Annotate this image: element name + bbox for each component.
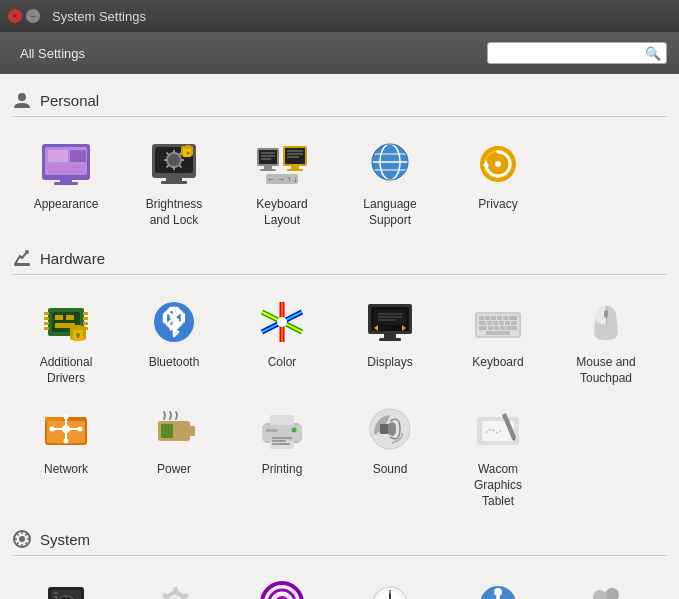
svg-rect-7 bbox=[54, 182, 78, 185]
personal-section-header: Personal bbox=[12, 82, 667, 117]
svg-rect-120 bbox=[270, 415, 294, 425]
appearance-label: Appearance bbox=[34, 197, 99, 213]
svg-rect-95 bbox=[511, 321, 517, 325]
bluetooth-item[interactable]: ⭙ Bluetooth bbox=[120, 287, 228, 394]
sound-icon bbox=[363, 402, 417, 456]
brightness-icon bbox=[147, 137, 201, 191]
keyboard-layout-item[interactable]: ← → ↑ ↓ KeyboardLayout bbox=[228, 129, 336, 236]
svg-rect-45 bbox=[14, 263, 30, 266]
svg-rect-100 bbox=[506, 326, 517, 330]
search-input[interactable] bbox=[487, 42, 667, 64]
svg-rect-4 bbox=[70, 150, 86, 162]
svg-rect-123 bbox=[266, 429, 278, 432]
printing-icon bbox=[255, 402, 309, 456]
svg-rect-48 bbox=[44, 312, 49, 315]
svg-rect-96 bbox=[479, 326, 487, 330]
user-accounts-item[interactable]: UserAccounts bbox=[552, 568, 660, 599]
privacy-label: Privacy bbox=[478, 197, 517, 213]
svg-rect-91 bbox=[487, 321, 492, 325]
svg-point-112 bbox=[64, 415, 69, 420]
hardware-items-grid: AdditionalDrivers ⭙ Bluetooth bbox=[12, 279, 667, 521]
wacom-item[interactable]: WacomGraphicsTablet bbox=[444, 394, 552, 517]
brightness-item[interactable]: Brightnessand Lock bbox=[120, 129, 228, 236]
time-date-item[interactable]: Time & Date bbox=[336, 568, 444, 599]
svg-point-124 bbox=[292, 428, 297, 433]
details-item[interactable]: Details bbox=[120, 568, 228, 599]
printing-item[interactable]: Printing bbox=[228, 394, 336, 517]
main-content: Personal Appearance bbox=[0, 74, 679, 599]
additional-drivers-item[interactable]: AdditionalDrivers bbox=[12, 287, 120, 394]
all-settings-button[interactable]: All Settings bbox=[12, 42, 93, 65]
color-icon bbox=[255, 295, 309, 349]
language-support-label: LanguageSupport bbox=[363, 197, 416, 228]
svg-rect-52 bbox=[83, 312, 88, 315]
keyboard-icon bbox=[471, 295, 525, 349]
svg-rect-24 bbox=[287, 150, 303, 152]
appearance-item[interactable]: Appearance bbox=[12, 129, 120, 236]
svg-rect-92 bbox=[493, 321, 498, 325]
svg-point-44 bbox=[25, 250, 29, 254]
displays-item[interactable]: Displays bbox=[336, 287, 444, 394]
mouse-touchpad-item[interactable]: Mouse andTouchpad bbox=[552, 287, 660, 394]
hardware-section-header: Hardware bbox=[12, 240, 667, 275]
svg-rect-90 bbox=[479, 321, 486, 325]
titlebar: × – System Settings bbox=[0, 0, 679, 32]
power-icon bbox=[147, 402, 201, 456]
details-icon bbox=[147, 576, 201, 599]
additional-drivers-label: AdditionalDrivers bbox=[40, 355, 93, 386]
bluetooth-label: Bluetooth bbox=[149, 355, 200, 371]
svg-point-113 bbox=[64, 439, 69, 444]
svg-rect-80 bbox=[384, 334, 396, 338]
svg-rect-49 bbox=[44, 317, 49, 320]
power-item[interactable]: Power bbox=[120, 394, 228, 517]
universal-access-item[interactable]: UniversalAccess bbox=[444, 568, 552, 599]
svg-rect-88 bbox=[503, 316, 508, 320]
svg-text:← → ↑ ↓: ← → ↑ ↓ bbox=[267, 175, 298, 184]
keyboard-item[interactable]: Keyboard bbox=[444, 287, 552, 394]
color-item[interactable]: Color bbox=[228, 287, 336, 394]
toolbar: All Settings 🔍 bbox=[0, 32, 679, 74]
svg-rect-27 bbox=[264, 166, 272, 169]
personal-items-grid: Appearance Brig bbox=[12, 121, 667, 240]
privacy-item[interactable]: Privacy bbox=[444, 129, 552, 236]
sound-item[interactable]: Sound bbox=[336, 394, 444, 517]
backup-item[interactable]: Backup bbox=[12, 568, 120, 599]
svg-rect-54 bbox=[83, 322, 88, 325]
svg-point-16 bbox=[187, 152, 190, 155]
svg-rect-56 bbox=[55, 315, 63, 320]
svg-rect-101 bbox=[486, 331, 510, 335]
mouse-touchpad-label: Mouse andTouchpad bbox=[576, 355, 635, 386]
hardware-icon bbox=[12, 248, 32, 268]
svg-point-114 bbox=[50, 427, 55, 432]
svg-rect-12 bbox=[166, 176, 182, 181]
svg-point-135 bbox=[19, 536, 25, 542]
window-title: System Settings bbox=[52, 9, 146, 24]
svg-point-71 bbox=[277, 317, 287, 327]
svg-rect-29 bbox=[291, 166, 299, 169]
printing-label: Printing bbox=[262, 462, 303, 478]
displays-icon bbox=[363, 295, 417, 349]
network-icon bbox=[39, 402, 93, 456]
svg-rect-125 bbox=[272, 437, 292, 439]
keyboard-layout-icon: ← → ↑ ↓ bbox=[255, 137, 309, 191]
minimize-button[interactable]: – bbox=[26, 9, 40, 23]
svg-rect-26 bbox=[287, 156, 299, 158]
svg-rect-93 bbox=[499, 321, 504, 325]
svg-rect-127 bbox=[272, 443, 290, 445]
svg-rect-146 bbox=[54, 592, 58, 594]
network-item[interactable]: Network bbox=[12, 394, 120, 517]
language-support-item[interactable]: LanguageSupport bbox=[336, 129, 444, 236]
svg-rect-62 bbox=[77, 335, 79, 338]
system-section-header: System bbox=[12, 521, 667, 556]
language-support-icon bbox=[363, 137, 417, 191]
personal-icon bbox=[12, 90, 32, 110]
svg-rect-25 bbox=[287, 153, 303, 155]
universal-access-icon bbox=[471, 576, 525, 599]
svg-point-115 bbox=[78, 427, 83, 432]
management-service-item[interactable]: ManagementService bbox=[228, 568, 336, 599]
svg-rect-94 bbox=[505, 321, 510, 325]
close-button[interactable]: × bbox=[8, 9, 22, 23]
svg-rect-50 bbox=[44, 322, 49, 325]
svg-point-107 bbox=[62, 425, 70, 433]
svg-rect-126 bbox=[272, 440, 286, 442]
